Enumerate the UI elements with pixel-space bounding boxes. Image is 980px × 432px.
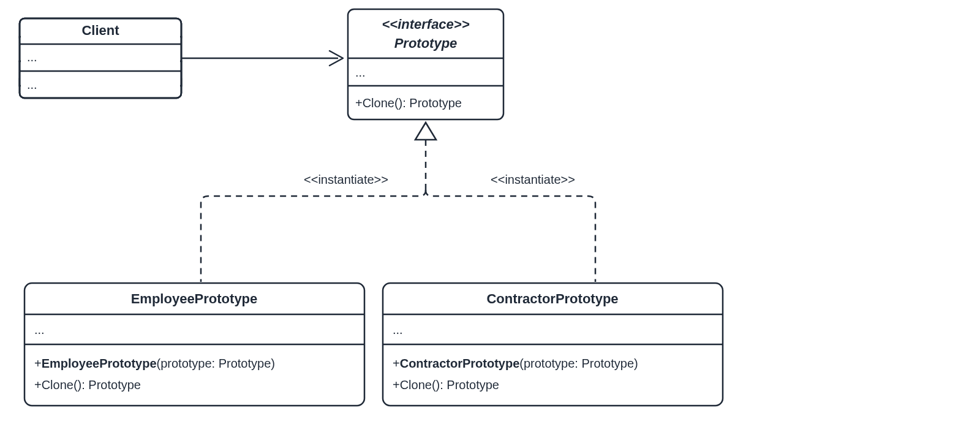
contractor-title: ContractorPrototype	[486, 291, 618, 306]
class-employee-prototype: EmployeePrototype ... +EmployeePrototype…	[24, 283, 364, 406]
employee-ctor-prefix: +	[34, 357, 42, 370]
prototype-stereotype: <<interface>>	[382, 17, 469, 32]
realization-branches	[201, 190, 595, 282]
employee-ctor: +EmployeePrototype(prototype: Prototype)	[34, 357, 275, 370]
prototype-method: +Clone(): Prototype	[355, 96, 462, 110]
contractor-ctor-args: (prototype: Prototype)	[519, 357, 638, 370]
prototype-attrs: ...	[355, 66, 366, 79]
contractor-ctor: +ContractorPrototype(prototype: Prototyp…	[393, 357, 638, 370]
employee-attrs: ...	[34, 323, 45, 336]
svg-marker-16	[415, 123, 436, 140]
interface-prototype: <<interface>> Prototype ... +Clone(): Pr…	[348, 9, 503, 119]
realization-arrowhead	[415, 123, 436, 190]
employee-ctor-args: (prototype: Prototype)	[157, 357, 275, 370]
client-methods: ...	[27, 78, 37, 91]
contractor-method: +Clone(): Prototype	[393, 378, 499, 392]
contractor-ctor-prefix: +	[393, 357, 400, 370]
instantiate-label-left: <<instantiate>>	[304, 173, 388, 186]
contractor-attrs: ...	[393, 323, 403, 336]
employee-title: EmployeePrototype	[131, 291, 258, 306]
instantiate-label-right: <<instantiate>>	[491, 173, 575, 186]
prototype-title: Prototype	[394, 36, 458, 51]
employee-ctor-name: EmployeePrototype	[42, 357, 157, 370]
contractor-ctor-name: ContractorPrototype	[400, 357, 520, 370]
class-client: Client ... ...	[20, 18, 181, 98]
class-contractor-prototype: ContractorPrototype ... +ContractorProto…	[383, 283, 723, 406]
association-client-prototype	[181, 51, 343, 66]
uml-diagram: Client ... ... <<interface>> Prototype .…	[0, 0, 980, 432]
client-title: Client	[81, 23, 119, 38]
client-attrs: ...	[27, 50, 37, 64]
employee-method: +Clone(): Prototype	[34, 378, 141, 392]
